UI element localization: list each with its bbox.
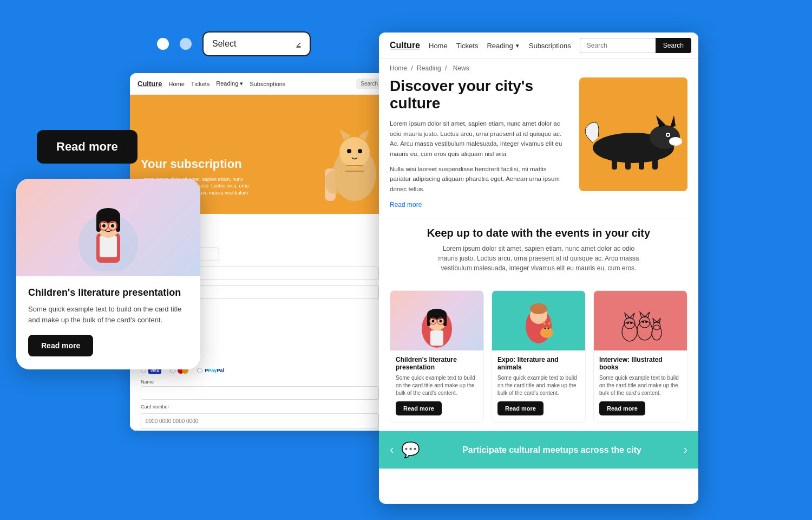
svg-point-17 xyxy=(358,149,362,153)
svg-marker-54 xyxy=(625,313,630,318)
back-search[interactable]: Search xyxy=(356,79,382,89)
back-nav-tickets[interactable]: Tickets xyxy=(191,81,209,87)
svg-point-62 xyxy=(643,321,644,323)
events-section: Keep up to date with the events in your … xyxy=(379,218,698,290)
chevron-down-icon: ⦤ xyxy=(296,39,301,49)
svg-point-63 xyxy=(646,321,647,323)
breadcrumb-home[interactable]: Home xyxy=(390,64,407,72)
svg-point-57 xyxy=(631,322,632,324)
search-input[interactable] xyxy=(580,38,656,53)
event-card-2-text: Some quick example text to build on the … xyxy=(497,374,580,397)
card-number-input[interactable] xyxy=(141,413,379,429)
meetups-footer: ‹ 💬 Participate cultural meetups across … xyxy=(379,431,698,469)
mobile-card-title: Children's literature presentation xyxy=(28,287,188,298)
event-card-1-text: Some quick example text to build on the … xyxy=(396,374,478,397)
search-button[interactable]: Search xyxy=(656,38,691,53)
event-card-2-read-more[interactable]: Read more xyxy=(497,401,543,415)
back-nav-reading[interactable]: Reading ▾ xyxy=(216,80,243,87)
breadcrumb-reading[interactable]: Reading xyxy=(417,64,441,72)
event-card-1-image xyxy=(390,291,483,350)
svg-point-13 xyxy=(339,137,370,167)
breadcrumb-sep-1: / xyxy=(411,64,412,72)
mobile-card-image xyxy=(16,179,200,276)
article-text: Discover your city's culture Lorem ipsum… xyxy=(390,77,568,209)
event-card-3-text: Some quick example text to build on the … xyxy=(599,374,682,397)
svg-point-10 xyxy=(102,224,106,227)
back-nav-home[interactable]: Home xyxy=(169,81,185,87)
article-paragraph-1: Lorem ipsum dolor sit amet, sapien etiam… xyxy=(390,119,568,159)
events-text: Lorem ipsum dolor sit amet, sapien etiam… xyxy=(436,244,641,273)
svg-rect-32 xyxy=(652,159,658,170)
svg-rect-31 xyxy=(639,159,644,170)
breadcrumb: Home / Reading / News xyxy=(379,59,698,72)
article-paragraph-2: Nulla wisi laoreet suspendisse hendrerit… xyxy=(390,164,568,194)
name-label: Name xyxy=(141,379,379,385)
event-card-3-image xyxy=(594,291,687,350)
select-label: Select xyxy=(212,39,236,49)
svg-point-28 xyxy=(667,134,669,136)
event-card-2: Expo: literature and animals Some quick … xyxy=(492,290,586,422)
card-name-input[interactable] xyxy=(141,386,379,400)
svg-rect-29 xyxy=(612,159,617,170)
back-nav-subscriptions[interactable]: Subscriptions xyxy=(250,81,285,87)
svg-marker-67 xyxy=(657,318,660,323)
browser-back-nav: Culture Home Tickets Reading ▾ Subscript… xyxy=(130,73,390,95)
svg-marker-66 xyxy=(653,318,657,323)
events-title: Keep up to date with the events in your … xyxy=(390,227,687,239)
event-card-3-body: Interview: Illustrated books Some quick … xyxy=(594,350,687,422)
events-cards-row: Children's literature presentation Some … xyxy=(379,290,698,431)
event-card-1: Children's literature presentation Some … xyxy=(390,290,484,422)
event-card-2-image xyxy=(492,291,585,350)
browser-front-nav: Culture Home Tickets Reading ▼ Subscript… xyxy=(379,32,698,59)
svg-marker-61 xyxy=(645,312,650,317)
select-dropdown[interactable]: Select ⦤ xyxy=(202,31,311,56)
event-card-2-title: Expo: literature and animals xyxy=(497,356,580,371)
svg-point-45 xyxy=(530,303,547,314)
meetups-next-button[interactable]: › xyxy=(684,443,687,457)
card-number-label: Card number xyxy=(141,404,379,410)
meetups-text: Participate cultural meetups across the … xyxy=(428,445,676,455)
mobile-card-read-more-button[interactable]: Read more xyxy=(28,335,93,356)
front-nav-home[interactable]: Home xyxy=(429,42,448,50)
paypal-radio[interactable] xyxy=(197,368,202,373)
svg-point-11 xyxy=(111,224,114,227)
article-title: Discover your city's culture xyxy=(390,77,568,112)
brand-logo-front: Culture xyxy=(390,41,420,50)
meetups-prev-button[interactable]: ‹ xyxy=(390,443,394,457)
event-card-3-read-more[interactable]: Read more xyxy=(599,401,645,415)
svg-rect-2 xyxy=(100,236,117,257)
event-card-3-title: Interview: Illustrated books xyxy=(599,356,682,371)
svg-rect-30 xyxy=(625,159,631,170)
article-read-more-link[interactable]: Read more xyxy=(390,201,422,209)
mobile-card-text: Some quick example text to build on the … xyxy=(28,304,188,325)
svg-point-16 xyxy=(347,149,351,153)
event-card-1-title: Children's literature presentation xyxy=(396,356,478,371)
brand-logo-back: Culture xyxy=(137,80,162,88)
paypal-badge: PPayPal xyxy=(205,368,224,373)
article-section: Discover your city's culture Lorem ipsum… xyxy=(379,72,698,218)
front-nav-reading[interactable]: Reading ▼ xyxy=(487,42,520,50)
dot-outline[interactable] xyxy=(180,38,192,50)
dot-filled[interactable] xyxy=(157,38,169,50)
chat-icon: 💬 xyxy=(401,441,420,459)
event-card-2-body: Expo: literature and animals Some quick … xyxy=(492,350,585,422)
event-card-1-body: Children's literature presentation Some … xyxy=(390,350,483,422)
paypal-option[interactable]: PPayPal xyxy=(197,368,224,373)
search-container: Search xyxy=(580,38,691,53)
svg-marker-25 xyxy=(670,115,676,127)
svg-point-21 xyxy=(325,170,344,194)
event-card-1-read-more[interactable]: Read more xyxy=(396,401,442,415)
top-controls: Select ⦤ xyxy=(157,31,311,56)
read-more-top-button[interactable]: Read more xyxy=(37,130,137,164)
svg-point-46 xyxy=(540,327,553,338)
breadcrumb-news: News xyxy=(453,64,469,72)
svg-point-56 xyxy=(627,322,629,324)
svg-point-41 xyxy=(432,320,435,323)
svg-marker-24 xyxy=(656,115,666,127)
front-nav-tickets[interactable]: Tickets xyxy=(456,42,479,50)
front-nav-subscriptions[interactable]: Subscriptions xyxy=(529,42,571,50)
article-image xyxy=(579,77,687,191)
breadcrumb-sep-2: / xyxy=(445,64,447,72)
svg-marker-60 xyxy=(640,312,645,317)
mobile-card-body: Children's literature presentation Some … xyxy=(16,276,200,369)
